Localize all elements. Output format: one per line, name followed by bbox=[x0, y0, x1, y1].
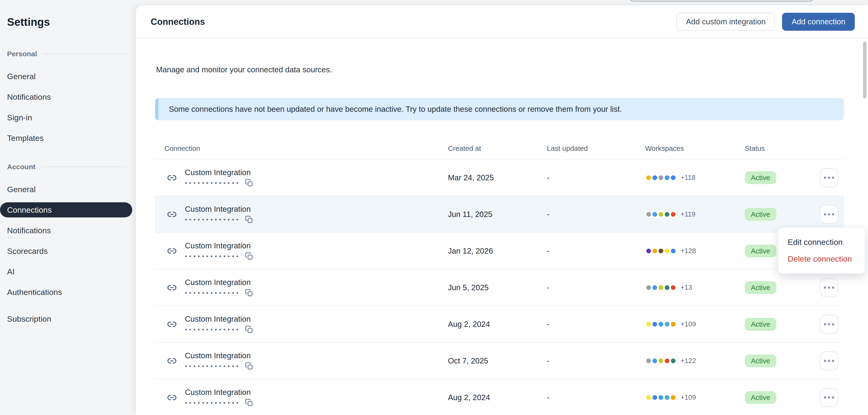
sidebar-item-notifications[interactable]: Notifications bbox=[7, 87, 127, 107]
table-row[interactable]: Custom Integration ••••••••••••• Jun 11,… bbox=[155, 196, 844, 232]
row-menu-button[interactable] bbox=[820, 388, 838, 407]
created-at-cell: Mar 24, 2025 bbox=[448, 173, 547, 182]
row-menu-button[interactable] bbox=[820, 351, 838, 370]
link-icon bbox=[166, 209, 177, 220]
copy-icon[interactable] bbox=[245, 362, 254, 370]
ellipsis-dot bbox=[832, 323, 834, 325]
masked-secret: ••••••••••••• bbox=[185, 180, 240, 186]
sidebar-item-notifications[interactable]: Notifications bbox=[7, 220, 127, 241]
actions-cell bbox=[814, 168, 844, 187]
banner-accent-stripe bbox=[155, 98, 158, 120]
workspaces-cell: +128 bbox=[645, 247, 745, 255]
last-updated-cell: - bbox=[547, 356, 645, 365]
ellipsis-dot bbox=[832, 287, 834, 289]
masked-secret: ••••••••••••• bbox=[185, 326, 240, 332]
copy-icon[interactable] bbox=[245, 288, 254, 297]
workspace-extra-count: +119 bbox=[681, 210, 695, 218]
add-connection-button[interactable]: Add connection bbox=[782, 13, 855, 31]
created-at-cell: Jun 11, 2025 bbox=[448, 210, 547, 219]
sidebar-item-ai[interactable]: AI bbox=[7, 261, 127, 282]
delete-connection-menu-item[interactable]: Delete connection bbox=[778, 250, 865, 267]
connection-name: Custom Integration bbox=[185, 168, 251, 177]
ellipsis-dot bbox=[824, 360, 826, 362]
row-menu-button[interactable] bbox=[820, 315, 838, 334]
workspace-dot bbox=[670, 394, 677, 401]
copy-icon[interactable] bbox=[245, 325, 254, 334]
table-row[interactable]: Custom Integration ••••••••••••• Aug 2, … bbox=[155, 379, 844, 415]
workspace-dot bbox=[670, 321, 677, 328]
column-header-last-updated: Last updated bbox=[547, 144, 645, 152]
connection-text: Custom Integration ••••••••••••• bbox=[185, 278, 254, 297]
top-input-partial[interactable] bbox=[629, 0, 814, 1]
table-row[interactable]: Custom Integration ••••••••••••• Oct 7, … bbox=[155, 342, 844, 379]
last-updated-cell: - bbox=[547, 173, 645, 182]
sidebar-item-templates[interactable]: Templates bbox=[7, 128, 127, 148]
sidebar-item-general[interactable]: General bbox=[7, 66, 127, 87]
copy-icon[interactable] bbox=[245, 178, 254, 187]
status-cell: Active bbox=[745, 318, 814, 331]
table-row[interactable]: Custom Integration ••••••••••••• Jan 12,… bbox=[155, 232, 844, 269]
copy-icon[interactable] bbox=[245, 215, 254, 224]
connection-text: Custom Integration ••••••••••••• bbox=[185, 388, 254, 407]
created-at-cell: Jun 5, 2025 bbox=[448, 283, 547, 292]
connection-cell: Custom Integration ••••••••••••• bbox=[155, 388, 448, 407]
copy-icon[interactable] bbox=[245, 252, 254, 261]
warning-banner: Some connections have not been updated o… bbox=[155, 98, 844, 120]
table-row[interactable]: Custom Integration ••••••••••••• Aug 2, … bbox=[155, 305, 844, 342]
connection-secret: ••••••••••••• bbox=[185, 178, 254, 187]
edit-connection-menu-item[interactable]: Edit connection bbox=[778, 234, 865, 250]
last-updated-cell: - bbox=[547, 283, 645, 292]
sidebar-item-scorecards[interactable]: Scorecards bbox=[7, 241, 127, 261]
link-icon bbox=[166, 392, 177, 403]
workspace-dot bbox=[670, 211, 677, 218]
created-at-cell: Oct 7, 2025 bbox=[448, 356, 547, 365]
status-badge: Active bbox=[745, 391, 776, 404]
sidebar-item-general[interactable]: General bbox=[7, 179, 127, 200]
sidebar-item-authentications[interactable]: Authentications bbox=[7, 282, 127, 302]
sidebar-item-connections[interactable]: Connections bbox=[0, 202, 132, 217]
sidebar-item-sign-in[interactable]: Sign-in bbox=[7, 107, 127, 128]
connection-secret: ••••••••••••• bbox=[185, 325, 254, 334]
workspace-extra-count: +128 bbox=[681, 247, 696, 255]
ellipsis-dot bbox=[828, 177, 830, 179]
link-icon bbox=[166, 355, 177, 366]
masked-secret: ••••••••••••• bbox=[185, 216, 240, 223]
column-header-status: Status bbox=[745, 144, 814, 152]
sidebar-section: Account GeneralConnectionsNotificationsS… bbox=[7, 162, 127, 329]
status-badge: Active bbox=[745, 318, 776, 331]
workspace-extra-count: +109 bbox=[681, 320, 696, 328]
workspace-extra-count: +118 bbox=[681, 174, 695, 181]
connection-text: Custom Integration ••••••••••••• bbox=[185, 351, 254, 370]
link-icon bbox=[166, 245, 177, 257]
settings-page: Settings Personal GeneralNotificationsSi… bbox=[0, 0, 868, 415]
card-header: Connections Add custom integration Add c… bbox=[136, 5, 868, 38]
table-row[interactable]: Custom Integration ••••••••••••• Mar 24,… bbox=[155, 159, 844, 196]
actions-cell bbox=[814, 351, 844, 370]
sidebar-section-label: Personal bbox=[7, 50, 37, 58]
connection-text: Custom Integration ••••••••••••• bbox=[185, 315, 254, 334]
sidebar: Settings Personal GeneralNotificationsSi… bbox=[0, 0, 136, 415]
sidebar-item-subscription[interactable]: Subscription bbox=[7, 309, 127, 329]
section-divider bbox=[41, 167, 127, 167]
workspace-extra-count: +122 bbox=[681, 357, 696, 365]
sidebar-section-head: Account bbox=[7, 162, 127, 171]
connection-secret: ••••••••••••• bbox=[185, 215, 254, 224]
table-row[interactable]: Custom Integration ••••••••••••• Jun 5, … bbox=[155, 269, 844, 305]
connection-cell: Custom Integration ••••••••••••• bbox=[155, 351, 448, 370]
add-custom-integration-button[interactable]: Add custom integration bbox=[677, 13, 775, 31]
workspaces-cell: +119 bbox=[645, 210, 745, 218]
scrollbar-thumb[interactable] bbox=[863, 41, 867, 98]
row-menu-button[interactable] bbox=[820, 278, 838, 297]
row-menu-button[interactable] bbox=[820, 168, 838, 187]
created-at-cell: Aug 2, 2024 bbox=[448, 320, 547, 329]
card-title: Connections bbox=[151, 17, 205, 27]
connection-name: Custom Integration bbox=[185, 241, 251, 250]
workspaces-cell: +109 bbox=[645, 393, 745, 401]
workspace-dots bbox=[645, 357, 677, 364]
connection-text: Custom Integration ••••••••••••• bbox=[185, 168, 254, 187]
row-menu-button[interactable] bbox=[820, 205, 838, 224]
ellipsis-dot bbox=[824, 287, 826, 289]
status-badge: Active bbox=[745, 208, 776, 221]
connection-name: Custom Integration bbox=[185, 205, 251, 213]
copy-icon[interactable] bbox=[245, 398, 254, 407]
